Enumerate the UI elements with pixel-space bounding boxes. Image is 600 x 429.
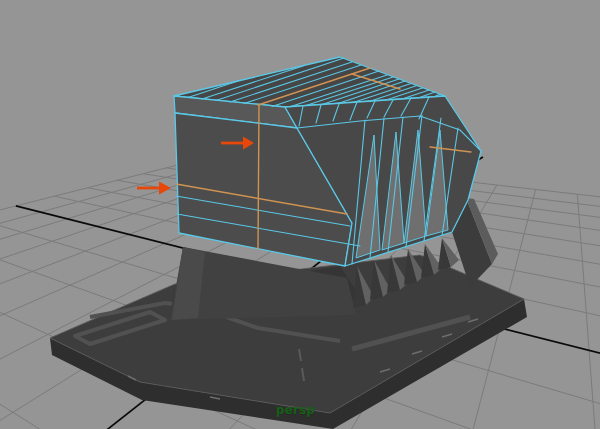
3d-viewport[interactable]: persp — [0, 0, 600, 429]
viewport-camera-label[interactable]: persp — [276, 403, 336, 417]
viewport-canvas[interactable] — [0, 0, 600, 429]
vertical-selected-edge — [258, 105, 259, 249]
selected-mesh-object[interactable] — [174, 57, 481, 266]
